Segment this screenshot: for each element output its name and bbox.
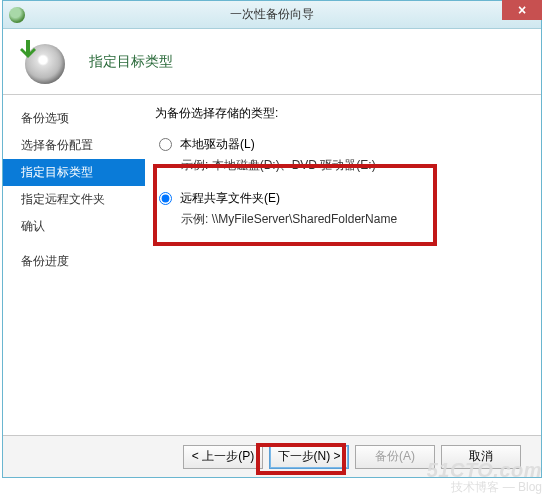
radio-local-drive[interactable] (159, 138, 172, 151)
step-target-type[interactable]: 指定目标类型 (3, 159, 145, 186)
option-remote-share-label: 远程共享文件夹(E) (180, 190, 280, 207)
wizard-steps-sidebar: 备份选项 选择备份配置 指定目标类型 指定远程文件夹 确认 备份进度 (3, 95, 145, 435)
download-arrow-icon (15, 38, 39, 62)
option-remote-share-example: 示例: \\MyFileServer\SharedFolderName (155, 209, 521, 236)
cancel-button[interactable]: 取消 (441, 445, 521, 469)
step-remote-folder[interactable]: 指定远程文件夹 (3, 186, 145, 213)
app-icon (9, 7, 25, 23)
radio-remote-share[interactable] (159, 192, 172, 205)
next-button[interactable]: 下一步(N) > (269, 445, 349, 469)
content-prompt: 为备份选择存储的类型: (155, 105, 521, 122)
wizard-footer: < 上一步(P) 下一步(N) > 备份(A) 取消 (3, 435, 541, 477)
option-local-drive-label: 本地驱动器(L) (180, 136, 255, 153)
step-confirm[interactable]: 确认 (3, 213, 145, 240)
wizard-icon (17, 40, 65, 84)
wizard-window: 一次性备份向导 × 指定目标类型 备份选项 选择备份配置 指定目标类型 指定远程… (2, 0, 542, 478)
step-backup-progress[interactable]: 备份进度 (3, 248, 145, 275)
page-title: 指定目标类型 (89, 53, 173, 71)
option-local-drive: 本地驱动器(L) 示例: 本地磁盘(D:)、DVD 驱动器(E:) (155, 134, 521, 182)
title-bar: 一次性备份向导 × (3, 1, 541, 29)
step-select-config[interactable]: 选择备份配置 (3, 132, 145, 159)
close-button[interactable]: × (502, 0, 542, 20)
option-remote-share-row[interactable]: 远程共享文件夹(E) (155, 188, 521, 209)
watermark-line2: 技术博客 — Blog (427, 481, 542, 494)
option-local-drive-row[interactable]: 本地驱动器(L) (155, 134, 521, 155)
option-local-drive-example: 示例: 本地磁盘(D:)、DVD 驱动器(E:) (155, 155, 521, 182)
option-remote-share: 远程共享文件夹(E) 示例: \\MyFileServer\SharedFold… (155, 188, 521, 236)
step-backup-options[interactable]: 备份选项 (3, 105, 145, 132)
wizard-content: 为备份选择存储的类型: 本地驱动器(L) 示例: 本地磁盘(D:)、DVD 驱动… (145, 95, 541, 435)
window-title: 一次性备份向导 (230, 6, 314, 23)
close-icon: × (518, 2, 526, 18)
prev-button[interactable]: < 上一步(P) (183, 445, 263, 469)
backup-button: 备份(A) (355, 445, 435, 469)
wizard-header: 指定目标类型 (3, 29, 541, 95)
